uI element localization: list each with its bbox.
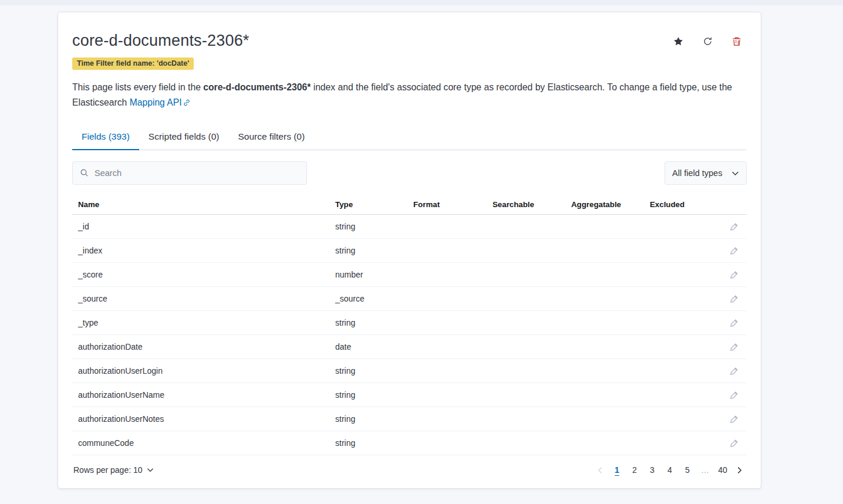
edit-field-button[interactable] [729,390,740,401]
refresh-button[interactable] [702,36,713,46]
pencil-icon [730,391,739,400]
field-actions [706,438,747,449]
field-type: string [329,366,407,376]
description-text-before: This page lists every field in the [72,82,203,92]
external-link-icon [183,96,191,111]
page-button-3[interactable]: 3 [645,463,659,477]
page-button-1[interactable]: 1 [610,463,624,477]
field-type: date [329,342,407,351]
favorite-star-button[interactable] [673,36,683,46]
trash-icon [732,36,741,46]
top-shadow-band [0,0,843,5]
search-input[interactable] [95,168,299,178]
edit-field-button[interactable] [729,341,740,353]
pencil-icon [730,319,739,327]
page-button-40[interactable]: 40 [716,463,730,477]
field-aggregatable [565,438,644,448]
chevron-left-icon [596,466,604,474]
field-type-filter-label: All field types [672,168,722,178]
field-name: _id [72,222,329,231]
field-aggregatable [565,294,644,303]
field-type: _source [329,294,407,303]
field-type-filter-dropdown[interactable]: All field types [665,161,747,185]
edit-field-button[interactable] [729,317,740,329]
field-name: _score [72,270,329,279]
field-actions [706,269,747,280]
rows-per-page-dropdown[interactable]: Rows per page: 10 [73,465,154,475]
chevron-right-icon [736,466,743,474]
page-button-2[interactable]: 2 [628,463,642,477]
field-type: string [329,438,407,448]
field-name: communeCode [72,438,329,448]
field-type: string [329,222,407,231]
field-searchable [487,366,565,376]
chevron-down-icon [731,170,739,177]
field-aggregatable [565,246,644,255]
tab-scripted-fields[interactable]: Scripted fields (0) [139,125,229,150]
field-aggregatable [565,222,644,231]
edit-field-button[interactable] [729,414,740,425]
next-page-button[interactable] [733,466,746,474]
page-button-5[interactable]: 5 [680,463,694,477]
pagination-bar: Rows per page: 10 12345…40 [72,463,747,477]
header-actions [673,36,742,46]
table-row: authorizationDate date [72,335,747,359]
field-actions [706,293,747,305]
column-header-format: Format [407,195,487,214]
field-actions [706,245,747,256]
field-searchable [487,270,565,279]
field-actions [706,366,747,377]
page-description: This page lists every field in the core-… [72,80,736,111]
edit-field-button[interactable] [729,245,740,256]
field-name: authorizationUserName [72,390,329,400]
field-aggregatable [565,342,644,351]
table-row: authorizationUserNotes string [72,407,747,431]
previous-page-button[interactable] [594,466,606,474]
edit-field-button[interactable] [729,293,740,305]
page-title: core-d-documents-2306* [72,32,249,50]
table-header-row: Name Type Format Searchable Aggregatable… [72,195,747,215]
table-row: _id string [72,215,747,239]
field-actions [706,390,747,401]
table-row: communeCode string [72,431,747,455]
page-button-4[interactable]: 4 [663,463,677,477]
delete-index-pattern-button[interactable] [731,36,742,46]
table-row: authorizationUserLogin string [72,359,747,383]
pencil-icon [730,295,739,303]
table-controls: All field types [72,161,747,185]
tab-fields[interactable]: Fields (393) [72,125,139,150]
table-body: _id string _index string [72,215,747,455]
field-searchable [487,246,565,255]
field-aggregatable [565,270,644,279]
table-row: _score number [72,263,747,287]
column-header-name: Name [72,195,329,214]
time-filter-badge: Time Filter field name: 'docDate' [72,57,194,70]
refresh-icon [703,36,713,46]
pencil-icon [730,439,739,448]
field-searchable [487,438,565,448]
table-row: _type string [72,311,747,335]
edit-field-button[interactable] [729,221,740,232]
pencil-icon [730,270,739,279]
field-type: string [329,390,407,400]
pencil-icon [730,343,739,351]
edit-field-button[interactable] [729,366,740,377]
field-searchable [487,318,565,327]
field-name: authorizationUserLogin [72,366,329,376]
pencil-icon [730,222,739,231]
column-header-excluded: Excluded [644,195,706,214]
mapping-api-link[interactable]: Mapping API [130,97,182,107]
field-actions [706,317,747,329]
field-type: string [329,318,407,327]
page-numbers: 12345…40 [610,463,730,477]
field-searchable [487,342,565,351]
column-header-aggregatable: Aggregatable [565,195,644,214]
chevron-down-icon [147,466,154,473]
edit-field-button[interactable] [729,269,740,280]
field-actions [706,341,747,353]
edit-field-button[interactable] [729,438,740,449]
field-name: authorizationUserNotes [72,414,329,424]
field-searchable [487,222,565,231]
tab-source-filters[interactable]: Source filters (0) [228,125,314,150]
star-icon [673,36,683,46]
